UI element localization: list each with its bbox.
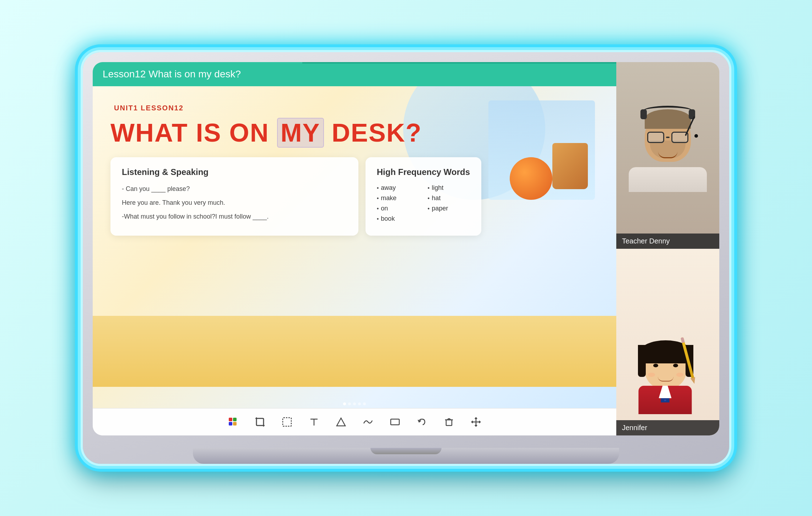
bg-bag [552,143,588,189]
svg-rect-9 [256,418,264,426]
svg-rect-3 [233,422,237,426]
delete-icon[interactable] [441,414,457,430]
lesson-slide: UNIT1 LESSON12 WHAT IS ON MY DESK? Liste… [93,86,616,408]
vocab-away: away [377,184,419,192]
svg-rect-2 [229,422,232,426]
svg-rect-10 [283,418,291,426]
vocabulary-card: High Frequency Words away light make hat… [366,157,481,236]
vocab-make: make [377,194,419,202]
dot-3[interactable] [353,402,356,405]
vocab-card-title: High Frequency Words [377,167,470,177]
move-icon[interactable] [468,414,484,430]
undo-icon[interactable] [414,414,430,430]
listening-card: Listening & Speaking - Can you ____ plea… [110,157,358,236]
dot-1[interactable] [343,402,346,405]
listening-line1: - Can you ____ please? [122,184,347,194]
slide-toolbar [93,408,616,435]
bg-orange-ball [510,157,552,200]
screen-content: Lesson12 What is on my desk? UNIT1 LESSO… [93,62,719,435]
title-part2: DESK? [324,119,422,147]
lesson-title: Lesson12 What is on my desk? [103,68,241,80]
color-picker-icon[interactable] [225,414,241,430]
text-icon[interactable] [306,414,322,430]
vocab-hat: hat [428,194,470,202]
vocab-light: light [428,184,470,192]
title-part1: WHAT IS ON [110,119,277,147]
vocab-paper: paper [428,205,470,212]
laptop-wrapper: Lesson12 What is on my desk? UNIT1 LESSO… [69,27,743,489]
listening-line3: -What must you follow in school?I must f… [122,212,347,221]
student-video-panel: Jennifer [616,249,719,435]
rectangle-icon[interactable] [387,414,403,430]
listening-card-title: Listening & Speaking [122,167,347,177]
vocab-on: on [377,205,419,212]
content-cards: Listening & Speaking - Can you ____ plea… [110,157,481,236]
svg-rect-15 [446,420,452,426]
lesson-header: Lesson12 What is on my desk? [93,62,616,86]
teacher-name-label: Teacher Denny [616,234,719,249]
dot-4[interactable] [358,402,361,405]
sidebar-panels: Teacher Denny [616,62,719,435]
dot-5[interactable] [363,402,366,405]
svg-marker-13 [337,418,345,426]
unit-label: UNIT1 LESSON12 [114,104,184,112]
laptop-body: Lesson12 What is on my desk? UNIT1 LESSO… [83,52,729,464]
selection-icon[interactable] [279,414,295,430]
svg-rect-14 [391,419,399,425]
crop-icon[interactable] [252,414,268,430]
svg-rect-0 [229,418,232,421]
vocab-book: book [377,215,419,223]
vocab-grid: away light make hat on paper book [377,184,470,223]
svg-rect-1 [233,418,237,421]
main-area: Lesson12 What is on my desk? UNIT1 LESSO… [93,62,616,435]
laptop-base [193,448,619,464]
svg-rect-4 [256,418,264,426]
teacher-video-panel: Teacher Denny [616,62,719,249]
bg-desk [93,316,616,387]
screen-bezel: Lesson12 What is on my desk? UNIT1 LESSO… [93,62,719,435]
title-highlight: MY [277,118,324,148]
slider-dots [343,402,366,405]
triangle-icon[interactable] [333,414,349,430]
student-name-label: Jennifer [616,420,719,435]
slide-title: WHAT IS ON MY DESK? [110,118,422,147]
arc-icon[interactable] [360,414,376,430]
laptop-notch [370,448,442,454]
listening-line2: Here you are. Thank you very much. [122,198,347,208]
dot-2[interactable] [348,402,351,405]
